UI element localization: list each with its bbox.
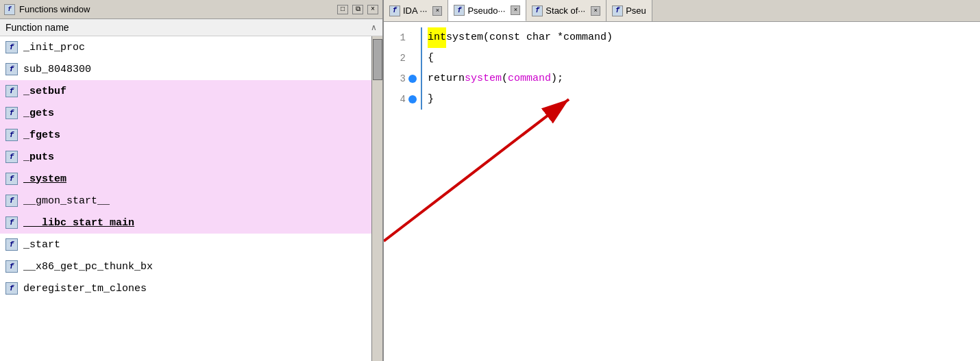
line-separator: [421, 69, 422, 89]
function-icon: f: [5, 260, 18, 273]
line-separator: [421, 48, 422, 69]
tab-icon: f: [532, 5, 543, 16]
tab-icon: f: [612, 5, 623, 16]
code-token: (: [502, 69, 508, 89]
function-icon: f: [5, 129, 18, 141]
function-name-header: Function name: [5, 22, 69, 33]
code-line-1: 1int system(const char *command): [384, 27, 980, 48]
scrollbar-thumb[interactable]: [373, 39, 382, 80]
function-name: __gmon_start__: [23, 195, 110, 207]
breakpoint-dot: [408, 34, 417, 42]
functions-scrollbar[interactable]: [371, 36, 382, 361]
function-list-item[interactable]: f_start: [0, 234, 371, 256]
tab-icon: f: [454, 5, 465, 16]
restore-button[interactable]: ⧉: [352, 5, 363, 14]
function-list-item[interactable]: f__gmon_start__: [0, 190, 371, 212]
tab-close-button[interactable]: ×: [432, 6, 442, 16]
function-list-item[interactable]: f_gets: [0, 102, 371, 124]
functions-column-header: Function name ∧: [0, 19, 382, 36]
function-name: _system: [23, 173, 66, 185]
tab-label: Pseu: [626, 5, 646, 16]
code-line-2: 2{: [384, 48, 980, 69]
code-line-3: 3 return system(command);: [384, 69, 980, 89]
function-name: __x86_get_pc_thunk_bx: [23, 261, 153, 273]
functions-list-container: f_init_procfsub_8048300f_setbuff_getsf_f…: [0, 36, 382, 361]
line-separator: [421, 89, 422, 110]
function-icon: f: [5, 195, 18, 207]
function-list-item[interactable]: f_setbuf: [0, 80, 371, 102]
function-icon: f: [5, 63, 18, 75]
code-token: {: [428, 48, 434, 69]
function-name: _setbuf: [23, 86, 66, 97]
breakpoint-dot: [408, 75, 417, 83]
code-panel: fIDA ···×fPseudo···×fStack of···×fPseu 1…: [384, 0, 980, 361]
function-list-item[interactable]: f_system: [0, 168, 371, 190]
breakpoint-dot: [408, 54, 417, 62]
code-content: 1int system(const char *command)2{3 retu…: [384, 22, 980, 361]
tab-label: IDA ···: [403, 5, 427, 16]
function-list-item[interactable]: f__x86_get_pc_thunk_bx: [0, 256, 371, 277]
code-token: system: [465, 69, 502, 89]
arrow-line: [384, 99, 569, 241]
function-icon: f: [5, 107, 18, 119]
function-icon: f: [5, 282, 18, 295]
functions-window-title: Functions window: [19, 4, 333, 14]
tab-label: Stack of···: [546, 5, 585, 16]
main-content: f Functions window □ ⧉ × Function name ∧…: [0, 0, 980, 361]
breakpoint-dot: [408, 95, 417, 103]
function-list-item[interactable]: f_puts: [0, 146, 371, 168]
line-number: 4: [389, 89, 406, 110]
tab-bar: fIDA ···×fPseudo···×fStack of···×fPseu: [384, 0, 980, 22]
line-number: 1: [389, 27, 406, 48]
function-name: _puts: [23, 151, 54, 163]
functions-panel: f Functions window □ ⧉ × Function name ∧…: [0, 0, 384, 361]
function-name: _start: [23, 239, 60, 251]
function-icon: f: [5, 151, 18, 163]
code-token: system(const char *command): [446, 27, 613, 48]
function-name: _init_proc: [23, 42, 85, 53]
function-icon: f: [5, 216, 18, 229]
tab-Pseudo---[interactable]: fPseudo···×: [448, 0, 526, 21]
function-name: _fgets: [23, 129, 60, 141]
functions-title-icon: f: [4, 4, 15, 15]
function-icon: f: [5, 238, 18, 251]
code-line-4: 4}: [384, 89, 980, 110]
function-list-item[interactable]: fderegister_tm_clones: [0, 277, 371, 299]
tab-Pseu[interactable]: fPseu: [607, 0, 652, 21]
function-list-item[interactable]: f___libc_start_main: [0, 212, 371, 234]
tab-close-button[interactable]: ×: [511, 5, 520, 15]
function-icon: f: [5, 173, 18, 185]
functions-list: f_init_procfsub_8048300f_setbuff_getsf_f…: [0, 36, 371, 361]
code-token: );: [551, 69, 563, 89]
sort-arrow-icon[interactable]: ∧: [371, 23, 377, 32]
tab-icon: f: [389, 5, 400, 16]
tab-close-button[interactable]: ×: [591, 6, 600, 16]
function-name: ___libc_start_main: [23, 217, 134, 229]
code-token: int: [428, 27, 446, 48]
tab-label: Pseudo···: [467, 5, 505, 16]
code-token: return: [428, 69, 465, 89]
code-token: }: [428, 89, 434, 110]
tab-Stack-of---[interactable]: fStack of···×: [526, 0, 607, 21]
function-list-item[interactable]: f_init_proc: [0, 36, 371, 58]
line-number: 2: [389, 48, 406, 69]
functions-titlebar: f Functions window □ ⧉ ×: [0, 0, 382, 19]
close-button[interactable]: ×: [367, 5, 378, 14]
code-token: command: [508, 69, 551, 89]
function-icon: f: [5, 41, 18, 53]
function-icon: f: [5, 85, 18, 97]
function-name: deregister_tm_clones: [23, 283, 147, 295]
function-list-item[interactable]: fsub_8048300: [0, 58, 371, 80]
function-name: sub_8048300: [23, 64, 91, 75]
function-list-item[interactable]: f_fgets: [0, 124, 371, 146]
tab-IDA----[interactable]: fIDA ···×: [384, 0, 448, 21]
line-number: 3: [389, 69, 406, 89]
line-separator: [421, 27, 422, 48]
function-name: _gets: [23, 108, 54, 119]
minimize-button[interactable]: □: [337, 5, 348, 14]
